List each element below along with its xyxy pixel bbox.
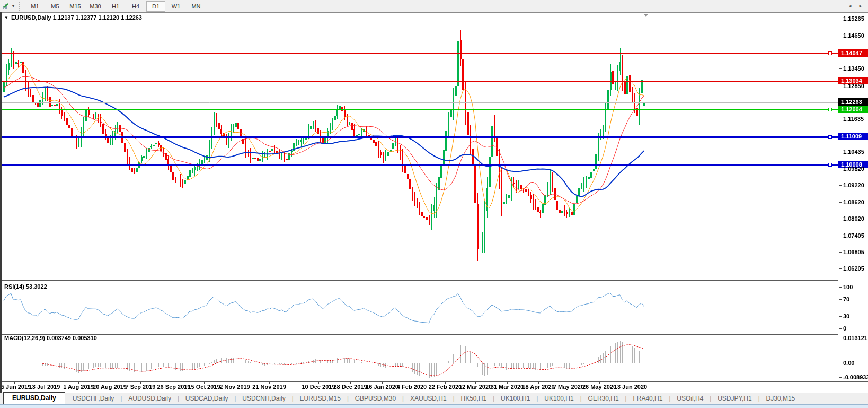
- toolbar-dropdown-caret[interactable]: ▾: [10, 4, 16, 8]
- panel-separator[interactable]: [0, 334, 838, 335]
- tab-usoil-h4[interactable]: USOil,H4: [670, 393, 710, 404]
- chart-shift-marker[interactable]: [644, 14, 648, 17]
- mt4-window: ▾ M1M5M15M30H1H4D1W1MN ▼EURUSD,Daily 1.1…: [0, 0, 868, 408]
- rsi-tick-label: 0: [839, 325, 846, 332]
- date-label: 12 Mar 2020: [459, 384, 492, 390]
- timeframe-button-m1[interactable]: M1: [25, 1, 45, 12]
- rsi-label: RSI(14) 53.3022: [4, 283, 47, 290]
- price-level-badge: 1.11009: [838, 133, 868, 140]
- chart-title-text: EURUSD,Daily 1.12137 1.12377 1.12120 1.1…: [11, 14, 142, 21]
- date-label: 1 Aug 2019: [63, 384, 94, 390]
- indicator-tool-icon[interactable]: [1, 2, 10, 11]
- rsi-tick-label: 100: [839, 284, 853, 291]
- tab-eurusd-daily[interactable]: EURUSD,Daily: [3, 392, 65, 404]
- tab-uk100-h1[interactable]: UK100,H1: [538, 393, 580, 404]
- date-label: 13 Jul 2019: [29, 384, 60, 390]
- macd-tick-label: -0.008933: [839, 374, 868, 381]
- chart-canvas[interactable]: [0, 12, 838, 382]
- timeframe-buttons: M1M5M15M30H1H4D1W1MN: [25, 1, 206, 12]
- timeframe-button-m30[interactable]: M30: [86, 1, 105, 12]
- date-label: 20 Aug 2019: [93, 384, 127, 390]
- chart-tab-bar: EURUSD,DailyUSDCHF,Daily|AUDUSD,Daily|US…: [0, 393, 868, 404]
- tab-audusd-daily[interactable]: AUDUSD,Daily: [122, 393, 178, 404]
- macd-tick-label: 0.00: [839, 360, 854, 367]
- chart-window: ▼EURUSD,Daily 1.12137 1.12377 1.12120 1.…: [0, 12, 868, 393]
- chart-collapse-icon[interactable]: ▼: [4, 15, 8, 20]
- price-tick-label: 1.08620: [839, 199, 864, 206]
- timeframe-button-mn[interactable]: MN: [187, 1, 206, 12]
- price-tick-label: 1.06205: [839, 265, 864, 272]
- price-tick-label: 1.11635: [839, 116, 864, 123]
- date-label: 7 May 2020: [553, 384, 584, 390]
- tab-usdjpy-h1[interactable]: USDJPY,H1: [711, 393, 758, 404]
- timeframe-button-m5[interactable]: M5: [46, 1, 65, 12]
- macd-label: MACD(12,26,9) 0.003749 0.005310: [4, 335, 97, 341]
- price-tick-label: 1.07405: [839, 232, 864, 239]
- price-tick-label: 1.13450: [839, 65, 864, 72]
- price-tick-label: 1.12850: [839, 83, 864, 90]
- tab-usdchf-daily[interactable]: USDCHF,Daily: [66, 393, 121, 404]
- price-level-badge: 1.10008: [838, 161, 868, 168]
- tab-hk50-h1[interactable]: HK50,H1: [455, 393, 493, 404]
- date-label: 10 Dec 2019: [302, 384, 335, 390]
- window-frame-left: [1, 12, 2, 393]
- date-label: 26 May 2020: [582, 384, 616, 390]
- timeframe-button-w1[interactable]: W1: [166, 1, 185, 12]
- price-tick-label: 1.09220: [839, 182, 864, 189]
- chart-title: ▼EURUSD,Daily 1.12137 1.12377 1.12120 1.…: [4, 14, 142, 21]
- price-axis-border: [838, 12, 838, 382]
- date-label: 25 Jun 2019: [0, 384, 31, 390]
- date-label: 26 Sep 2019: [157, 384, 191, 390]
- timeframe-button-m15[interactable]: M15: [66, 1, 85, 12]
- tab-usdcnh-daily[interactable]: USDCNH,Daily: [236, 393, 291, 404]
- rsi-tick-label: 30: [839, 313, 849, 320]
- tab-gbpusd-m30[interactable]: GBPUSD,M30: [349, 393, 402, 404]
- tab-fra40-h1[interactable]: FRA40,H1: [626, 393, 669, 404]
- tab-eurusd-m15[interactable]: EURUSD,M15: [294, 393, 347, 404]
- price-tick-label: 1.10435: [839, 149, 864, 155]
- tab-scroll-arrows: ◄ ►: [843, 4, 863, 8]
- tab-xauusd-h1[interactable]: XAUUSD,H1: [404, 393, 453, 404]
- price-tick-label: 1.06805: [839, 249, 864, 256]
- tab-usdcad-daily[interactable]: USDCAD,Daily: [179, 393, 235, 404]
- date-label: 31 Mar 2020: [491, 384, 524, 390]
- timeframe-button-d1[interactable]: D1: [146, 1, 165, 12]
- toolbar-grip: [19, 2, 22, 11]
- price-tick-label: 1.15265: [839, 15, 864, 22]
- tab-scroll-left-icon[interactable]: ◄: [848, 4, 852, 8]
- tab-ger30-h1[interactable]: GER30,H1: [582, 393, 625, 404]
- tab-dj30-m15[interactable]: DJ30,M15: [760, 393, 802, 404]
- panel-separator[interactable]: [0, 282, 838, 282]
- date-label: 13 Jun 2020: [614, 384, 647, 390]
- price-level-badge: 1.14047: [838, 49, 868, 57]
- time-axis-border: [0, 381, 868, 382]
- price-tick-label: 1.09820: [839, 166, 864, 172]
- timeframe-button-h1[interactable]: H1: [106, 1, 125, 12]
- price-level-badge: 1.12004: [838, 106, 868, 113]
- timeframe-button-h4[interactable]: H4: [126, 1, 145, 12]
- price-level-badge: 1.12263: [838, 98, 868, 106]
- rsi-tick-label: 70: [839, 296, 849, 303]
- chart-tabs: EURUSD,DailyUSDCHF,Daily|AUDUSD,Daily|US…: [3, 393, 801, 404]
- date-label: 15 Oct 2019: [188, 384, 220, 390]
- date-label: 16 Jan 2020: [366, 384, 398, 390]
- price-tick-label: 1.08020: [839, 215, 864, 222]
- price-level-badge: 1.13034: [838, 77, 868, 84]
- date-label: 4 Feb 2020: [397, 384, 427, 390]
- tab-scroll-right-icon[interactable]: ►: [858, 4, 863, 8]
- date-label: 22 Feb 2020: [429, 384, 462, 390]
- chart-top-border: [0, 12, 868, 13]
- date-label: 18 Apr 2020: [522, 384, 554, 390]
- panel-separator[interactable]: [0, 280, 838, 281]
- macd-tick-label: 0.013121: [839, 335, 867, 342]
- date-label: 7 Sep 2019: [126, 384, 156, 390]
- date-label: 21 Nov 2019: [252, 384, 286, 390]
- date-axis: 25 Jun 201913 Jul 20191 Aug 201920 Aug 2…: [0, 382, 838, 393]
- price-tick-label: 1.14650: [839, 32, 864, 39]
- panel-separator[interactable]: [0, 333, 838, 333]
- tab-uk100-h1[interactable]: UK100,H1: [494, 393, 536, 404]
- status-bar: [0, 404, 868, 408]
- date-label: 28 Dec 2019: [334, 384, 367, 390]
- top-toolbar: ▾ M1M5M15M30H1H4D1W1MN: [0, 0, 868, 13]
- window-frame-left: [0, 12, 1, 393]
